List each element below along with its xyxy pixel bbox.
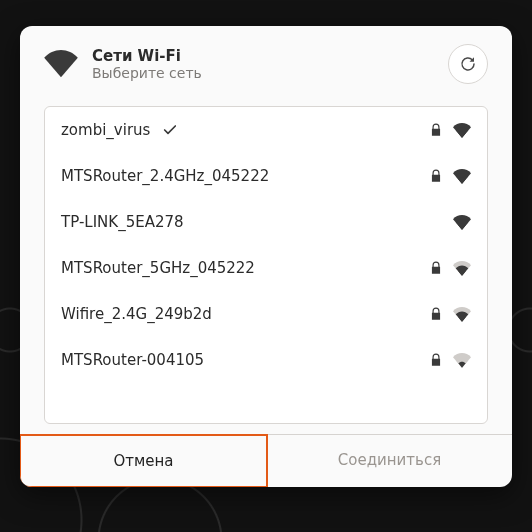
network-ssid: MTSRouter_5GHz_045222 (61, 259, 255, 277)
lock-icon (429, 261, 443, 275)
dialog-header: Сети Wi-Fi Выберите сеть (20, 26, 512, 96)
network-ssid: MTSRouter-004105 (61, 351, 204, 369)
dialog-footer: Отмена Соединиться (20, 434, 512, 487)
lock-icon (429, 307, 443, 321)
wifi-signal-icon (453, 353, 471, 368)
network-row[interactable]: MTSRouter_5GHz_045222 (45, 245, 487, 291)
network-row[interactable]: zombi_virus (45, 107, 487, 153)
network-row[interactable]: MTSRouter_2.4GHz_045222 (45, 153, 487, 199)
network-row[interactable]: MTSRouter-004105 (45, 337, 487, 383)
connect-button[interactable]: Соединиться (267, 435, 512, 487)
network-row[interactable]: TP-LINK_5EA278 (45, 199, 487, 245)
dialog-subtitle: Выберите сеть (92, 65, 202, 82)
wifi-signal-icon (453, 307, 471, 322)
wifi-signal-icon (453, 169, 471, 184)
refresh-icon (459, 55, 477, 73)
lock-icon (429, 123, 443, 137)
wifi-dialog: Сети Wi-Fi Выберите сеть zombi_virus MTS… (20, 26, 512, 487)
wifi-icon (44, 50, 78, 78)
refresh-button[interactable] (448, 44, 488, 84)
check-icon (162, 122, 178, 138)
network-ssid: Wifire_2.4G_249b2d (61, 305, 212, 323)
wifi-signal-icon (453, 261, 471, 276)
wifi-signal-icon (453, 123, 471, 138)
lock-icon (429, 353, 443, 367)
network-row[interactable]: Wifire_2.4G_249b2d (45, 291, 487, 337)
dialog-title: Сети Wi-Fi (92, 47, 202, 65)
cancel-button[interactable]: Отмена (20, 434, 268, 487)
network-ssid: zombi_virus (61, 121, 150, 139)
network-ssid: TP-LINK_5EA278 (61, 213, 184, 231)
wifi-signal-icon (453, 215, 471, 230)
network-list[interactable]: zombi_virus MTSRouter_2.4GHz_045222 TP-L… (44, 106, 488, 424)
header-texts: Сети Wi-Fi Выберите сеть (92, 47, 202, 82)
lock-icon (429, 169, 443, 183)
network-ssid: MTSRouter_2.4GHz_045222 (61, 167, 269, 185)
